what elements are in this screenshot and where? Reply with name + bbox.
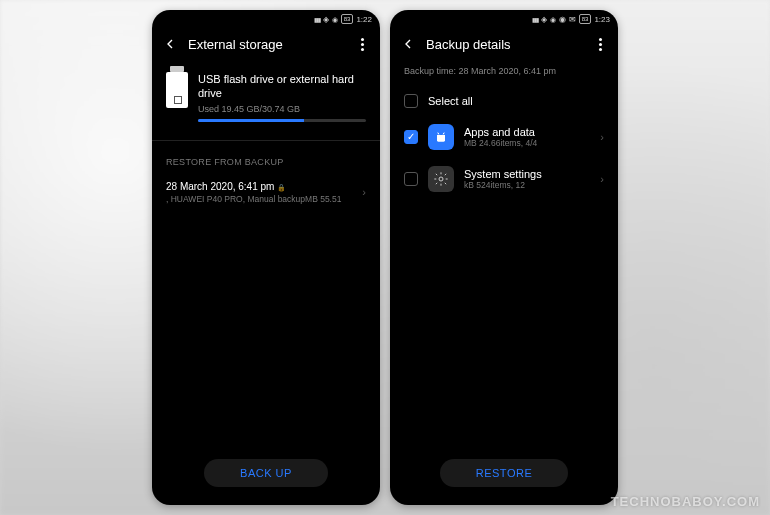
backup-button[interactable]: BACK UP — [204, 459, 328, 487]
item-sub: kB 524items, 12 — [464, 180, 590, 190]
item-sub: MB 24.66items, 4/4 — [464, 138, 590, 148]
back-button[interactable] — [400, 36, 416, 52]
item-checkbox[interactable] — [404, 130, 418, 144]
wifi-icon — [323, 15, 329, 24]
android-apps-icon — [428, 124, 454, 150]
backup-entry[interactable]: 28 March 2020, 6:41 pm , HUAWEI P40 PRO,… — [152, 173, 380, 212]
storage-title: USB flash drive or external hard drive — [198, 72, 366, 101]
chevron-right-icon: › — [600, 173, 604, 185]
backup-item-apps[interactable]: Apps and data MB 24.66items, 4/4 › — [390, 116, 618, 158]
storage-progress — [198, 119, 366, 122]
signal-icon — [532, 15, 538, 24]
wifi-icon — [541, 15, 547, 24]
storage-progress-fill — [198, 119, 304, 122]
restore-button[interactable]: RESTORE — [440, 459, 568, 487]
settings-gear-icon — [428, 166, 454, 192]
battery-indicator: 83 — [579, 14, 592, 24]
lock-icon — [277, 181, 286, 192]
item-title: Apps and data — [464, 126, 590, 138]
battery-indicator: 83 — [341, 14, 354, 24]
back-button[interactable] — [162, 36, 178, 52]
app-bar: External storage — [152, 28, 380, 60]
watermark: TECHNOBABOY.COM — [611, 494, 760, 509]
app-bar: Backup details — [390, 28, 618, 60]
select-all-row[interactable]: Select all — [390, 86, 618, 116]
more-options-button[interactable] — [354, 36, 370, 52]
page-title: External storage — [188, 37, 344, 52]
clock: 1:22 — [356, 15, 372, 24]
eye-comfort-icon — [550, 15, 556, 24]
backup-item-settings[interactable]: System settings kB 524items, 12 › — [390, 158, 618, 200]
section-label-restore: RESTORE FROM BACKUP — [152, 147, 380, 173]
status-bar: 83 1:22 — [152, 10, 380, 28]
status-bar: ◉ ✉ 83 1:23 — [390, 10, 618, 28]
usb-drive-icon — [166, 72, 188, 108]
backup-entry-sub: , HUAWEI P40 PRO, Manual backupMB 55.51 — [166, 194, 354, 204]
backup-time-label: Backup time: 28 March 2020, 6:41 pm — [390, 60, 618, 86]
mail-icon: ✉ — [569, 15, 576, 24]
signal-icon — [314, 15, 320, 24]
clock: 1:23 — [594, 15, 610, 24]
more-options-button[interactable] — [592, 36, 608, 52]
item-title: System settings — [464, 168, 590, 180]
messenger-icon: ◉ — [559, 15, 566, 24]
phone-backup-details: ◉ ✉ 83 1:23 Backup details Backup time: … — [390, 10, 618, 505]
eye-comfort-icon — [332, 15, 338, 24]
select-all-label: Select all — [428, 95, 473, 107]
item-checkbox[interactable] — [404, 172, 418, 186]
svg-point-2 — [439, 177, 443, 181]
backup-entry-title: 28 March 2020, 6:41 pm — [166, 181, 354, 192]
chevron-right-icon: › — [362, 186, 366, 198]
storage-used-label: Used 19.45 GB/30.74 GB — [198, 104, 366, 114]
storage-card[interactable]: USB flash drive or external hard drive U… — [152, 60, 380, 134]
chevron-right-icon: › — [600, 131, 604, 143]
divider — [152, 140, 380, 141]
page-title: Backup details — [426, 37, 582, 52]
select-all-checkbox[interactable] — [404, 94, 418, 108]
phone-external-storage: 83 1:22 External storage USB flash drive… — [152, 10, 380, 505]
